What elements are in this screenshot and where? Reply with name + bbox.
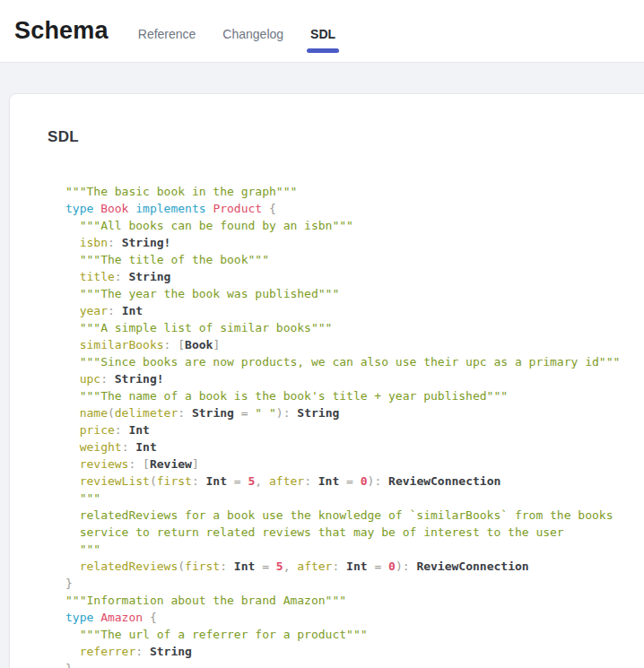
tab-changelog[interactable]: Changelog (222, 27, 283, 43)
code-line: referrer: String (65, 643, 644, 660)
code-token: ] (192, 457, 199, 471)
code-token: ( (178, 560, 185, 573)
code-token: """The title of the book""" (65, 253, 269, 266)
code-token: price (65, 423, 115, 437)
code-token: """Since books are now products, we can … (65, 355, 620, 369)
code-line: type Book implements Product { (65, 200, 644, 217)
code-token: String (128, 270, 170, 283)
code-line: """The url of a referrer for a product""… (65, 626, 644, 643)
code-token: Int (122, 304, 143, 317)
code-line: } (65, 575, 644, 592)
code-token: first (185, 560, 220, 573)
code-token: { (269, 202, 276, 215)
code-line: similarBooks: [Book] (65, 336, 644, 353)
code-token: ] (213, 338, 220, 351)
code-token: Book (100, 202, 135, 215)
code-token: """All books can be found by an isbn""" (65, 219, 353, 232)
code-token: delimeter (115, 406, 178, 420)
tab-sdl-label: SDL (310, 27, 335, 41)
code-token: : (115, 270, 129, 283)
code-line: """All books can be found by an isbn""" (65, 217, 644, 234)
code-token: : (135, 645, 150, 658)
sdl-heading: SDL (10, 94, 644, 146)
code-token: : (304, 474, 318, 488)
code-token: """The basic book in the graph""" (65, 185, 297, 198)
code-line: """ (65, 490, 644, 507)
code-line: type Amazon { (65, 609, 644, 626)
code-token: upc (65, 372, 100, 386)
tab-sdl[interactable]: SDL (310, 27, 335, 43)
code-token: name (65, 406, 108, 420)
code-token: ( (150, 474, 157, 488)
code-token: ReviewConnection (388, 474, 500, 488)
code-token: " " (255, 406, 275, 420)
code-token: type (65, 202, 100, 215)
code-token: String! (115, 372, 164, 386)
code-token: Int (346, 560, 367, 573)
code-token: : (178, 406, 192, 420)
code-token: Review (150, 457, 192, 471)
code-token: 0 (361, 474, 368, 488)
code-token: : (108, 304, 122, 317)
code-token: implements (135, 202, 213, 215)
active-tab-underline (307, 48, 339, 53)
sdl-card: SDL """The basic book in the graph"""typ… (9, 93, 644, 668)
code-token: 5 (276, 560, 283, 573)
code-token: ( (108, 406, 115, 420)
code-line: price: Int (65, 421, 644, 438)
code-token: = (339, 474, 360, 488)
code-token: year (65, 304, 108, 317)
code-token: : [ (164, 338, 185, 351)
code-token: : (115, 423, 129, 437)
code-token: : (122, 440, 136, 454)
code-token: , (255, 474, 269, 488)
code-token: : (192, 474, 206, 488)
code-token: """ (65, 542, 100, 556)
code-token: reviewList (65, 474, 150, 488)
code-token: Book (185, 338, 213, 351)
code-token: Int (135, 440, 156, 454)
code-token: after (297, 560, 332, 573)
code-token: ): (368, 474, 388, 488)
code-token: { (150, 611, 157, 624)
code-token: similarBooks (65, 338, 164, 351)
sdl-code-block: """The basic book in the graph"""type Bo… (65, 183, 644, 668)
code-token: """Information about the brand Amazon""" (65, 594, 346, 607)
code-token: relatedReviews (65, 560, 178, 573)
code-line: reviewList(first: Int = 5, after: Int = … (65, 473, 644, 490)
code-token: Int (318, 474, 339, 488)
code-token: title (65, 270, 115, 283)
code-token: isbn (65, 236, 108, 249)
code-token: ): (396, 560, 416, 573)
code-token: Amazon (100, 611, 150, 624)
code-token: String (192, 406, 234, 420)
code-line: reviews: [Review] (65, 455, 644, 473)
code-line: title: String (65, 268, 644, 285)
code-token: String (150, 645, 192, 658)
tab-reference[interactable]: Reference (138, 27, 196, 43)
code-token: String! (122, 236, 171, 249)
code-token: } (65, 662, 73, 668)
code-line: """ (65, 541, 644, 558)
code-token: : (332, 560, 346, 573)
code-line: """Information about the brand Amazon""" (65, 592, 644, 609)
code-token: """The url of a referrer for a product""… (65, 628, 368, 641)
code-token: relatedReviews for a book use the knowle… (65, 508, 613, 522)
page-title: Schema (14, 17, 109, 45)
code-line: name(delimeter: String = " "): String (65, 404, 644, 421)
tabs-nav: Reference Changelog SDL (138, 27, 335, 43)
code-token: Product (213, 202, 269, 215)
code-line: weight: Int (65, 438, 644, 455)
code-token: ): (276, 406, 297, 420)
code-token: weight (65, 440, 122, 454)
code-token: reviews (65, 457, 128, 471)
code-line: """A simple list of similar books""" (65, 319, 644, 336)
code-token: 0 (388, 560, 396, 573)
code-line: """The title of the book""" (65, 251, 644, 268)
code-line: isbn: String! (65, 234, 644, 251)
code-token: """ (65, 491, 100, 505)
code-line: """The name of a book is the book's titl… (65, 387, 644, 404)
code-token: } (65, 577, 73, 590)
code-token: type (65, 611, 100, 624)
code-line: service to return related reviews that m… (65, 524, 644, 541)
